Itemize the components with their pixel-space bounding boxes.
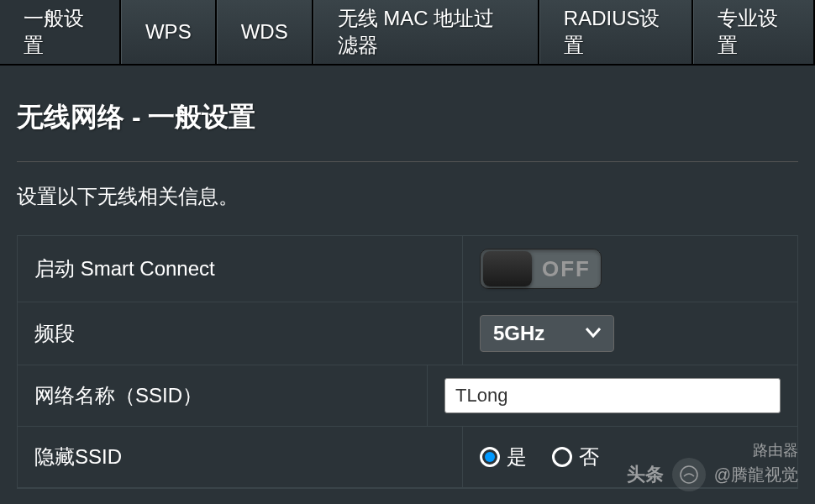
tabs-bar: 一般设置 WPS WDS 无线 MAC 地址过滤器 RADIUS设置 专业设置 xyxy=(0,0,815,66)
toggle-knob xyxy=(483,251,532,286)
row-smart-connect: 启动 Smart Connect OFF xyxy=(18,236,797,302)
watermark: 头条 @腾龍视觉 xyxy=(627,458,798,491)
radio-no-label: 否 xyxy=(579,444,599,470)
tab-general[interactable]: 一般设置 xyxy=(0,0,121,64)
control-band: 5GHz xyxy=(463,302,797,365)
watermark-icon xyxy=(672,458,706,491)
tab-radius[interactable]: RADIUS设置 xyxy=(539,0,693,64)
settings-table: 启动 Smart Connect OFF 频段 5GHz 网络名称（SS xyxy=(17,235,798,489)
tab-wps[interactable]: WPS xyxy=(121,0,217,64)
radio-option-yes[interactable]: 是 xyxy=(480,444,527,470)
toggle-state-label: OFF xyxy=(532,256,601,282)
label-hide-ssid: 隐藏SSID xyxy=(18,427,463,487)
watermark-text1: 头条 xyxy=(627,462,664,487)
radio-yes-label: 是 xyxy=(507,444,527,470)
radio-no xyxy=(552,447,572,467)
control-ssid xyxy=(428,365,797,426)
band-value: 5GHz xyxy=(493,322,544,345)
watermark-text2: @腾龍视觉 xyxy=(714,464,798,486)
label-smart-connect: 启动 Smart Connect xyxy=(18,236,463,302)
radio-yes xyxy=(480,447,500,467)
content-area: 无线网络 - 一般设置 设置以下无线相关信息。 启动 Smart Connect… xyxy=(0,66,815,504)
svg-point-0 xyxy=(681,466,697,483)
tab-wds[interactable]: WDS xyxy=(217,0,313,64)
tab-professional[interactable]: 专业设置 xyxy=(693,0,815,64)
hide-ssid-radio-group: 是 否 xyxy=(480,444,599,470)
smart-connect-toggle[interactable]: OFF xyxy=(480,249,602,289)
label-band: 频段 xyxy=(18,302,463,365)
ssid-input[interactable] xyxy=(444,378,781,413)
page-title: 无线网络 - 一般设置 xyxy=(17,99,798,162)
label-ssid: 网络名称（SSID） xyxy=(18,365,428,426)
band-select[interactable]: 5GHz xyxy=(480,315,614,352)
chevron-down-icon xyxy=(586,326,601,341)
control-smart-connect: OFF xyxy=(463,236,797,302)
radio-option-no[interactable]: 否 xyxy=(552,444,599,470)
row-ssid: 网络名称（SSID） xyxy=(18,365,797,427)
row-band: 频段 5GHz xyxy=(18,302,797,365)
page-description: 设置以下无线相关信息。 xyxy=(17,183,798,210)
tab-mac-filter[interactable]: 无线 MAC 地址过滤器 xyxy=(313,0,539,64)
